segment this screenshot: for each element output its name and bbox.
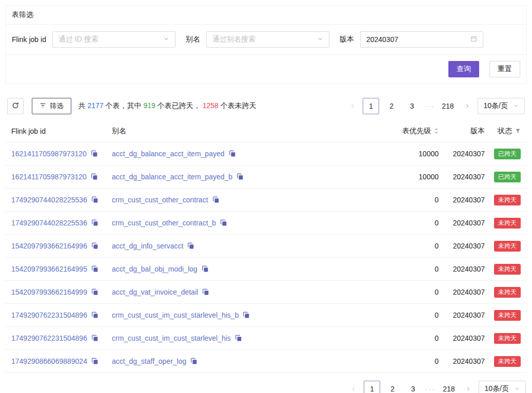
page-button-1[interactable]: 1 (363, 98, 379, 114)
copy-icon[interactable] (91, 173, 98, 180)
flink-job-id-cell: 1542097993662164999 (11, 288, 112, 296)
flink-job-id-cell: 1621411705987973120 (11, 173, 112, 181)
version-cell: 20240307 (439, 334, 485, 342)
reset-button[interactable]: 重置 (489, 61, 520, 77)
copy-icon[interactable] (91, 150, 98, 157)
column-priority[interactable]: 表优先级 (367, 127, 439, 136)
alias-link[interactable]: crm_cust_cust_im_cust_starlevel_his_b (112, 311, 239, 319)
table-row: 1749290744028225536 crm_cust_cust_other_… (5, 212, 527, 235)
priority-cell: 0 (367, 357, 439, 365)
copy-icon[interactable] (190, 358, 198, 365)
next-page-icon[interactable] (462, 381, 475, 393)
page-button-3[interactable]: 3 (405, 381, 421, 393)
sort-icon[interactable] (434, 128, 439, 134)
priority-cell: 0 (367, 265, 439, 273)
priority-cell: 0 (367, 311, 439, 319)
copy-icon[interactable] (243, 312, 250, 319)
flink-job-id-cell: 1542097993662164996 (11, 242, 112, 250)
flink-job-id-select[interactable]: 通过 ID 搜索 (52, 31, 175, 48)
query-button[interactable]: 查询 (448, 61, 479, 77)
copy-icon[interactable] (187, 242, 194, 250)
alias-link[interactable]: acct_dg_info_servacct (112, 242, 183, 250)
copy-icon[interactable] (235, 335, 242, 342)
copy-icon[interactable] (91, 335, 98, 342)
alias-link[interactable]: acct_dg_vat_invoice_detail (112, 288, 198, 296)
alias-link[interactable]: crm_cust_cust_other_contract (112, 196, 208, 204)
refresh-button[interactable] (7, 98, 24, 114)
copy-icon[interactable] (91, 219, 98, 226)
page-ellipsis[interactable]: ··· (425, 385, 436, 393)
table: Flink job id 别名 表优先级 版本 状态 1621411705987… (5, 120, 527, 373)
flink-job-id-link[interactable]: 1749290762231504896 (11, 311, 87, 319)
copy-icon[interactable] (91, 288, 98, 296)
alias-select[interactable]: 通过别名搜索 (206, 31, 329, 48)
priority-cell: 0 (367, 219, 439, 227)
alias-link[interactable]: crm_cust_cust_im_cust_starlevel_his (112, 334, 231, 342)
flink-job-id-link[interactable]: 1542097993662164996 (11, 242, 87, 250)
page-button-2[interactable]: 2 (383, 98, 400, 114)
summary-part: 共 (78, 101, 88, 110)
version-cell: 20240307 (439, 357, 485, 365)
copy-icon[interactable] (229, 150, 236, 157)
copy-icon[interactable] (91, 196, 98, 203)
alias-cell: acct_dg_vat_invoice_detail (112, 288, 367, 296)
alias-link[interactable]: acct_dg_staff_oper_log (112, 357, 186, 365)
alias-link[interactable]: crm_cust_cust_other_contract_b (112, 219, 216, 227)
chevron-down-icon (317, 35, 323, 44)
copy-icon[interactable] (220, 219, 227, 226)
status-cell: 未跨天 (485, 195, 521, 205)
flink-job-id-link[interactable]: 1749290762231504896 (11, 334, 87, 342)
prev-page-icon[interactable] (346, 98, 359, 114)
alias-link[interactable]: acct_dg_balance_acct_item_payed (112, 150, 225, 158)
alias-placeholder: 通过别名搜索 (212, 35, 255, 44)
status-badge: 未跨天 (494, 333, 521, 344)
funnel-icon (40, 102, 46, 110)
flink-job-id-link[interactable]: 1621411705987973120 (11, 150, 87, 158)
copy-icon[interactable] (91, 312, 98, 319)
copy-icon[interactable] (91, 265, 98, 273)
alias-link[interactable]: acct_dg_balance_acct_item_payed_b (112, 173, 232, 181)
flink-job-id-link[interactable]: 1542097993662164995 (11, 265, 87, 273)
page-size-value: 10条/页 (485, 384, 509, 393)
page-ellipsis[interactable]: ··· (424, 102, 435, 110)
page-button-1[interactable]: 1 (364, 381, 380, 393)
version-cell: 20240307 (439, 242, 485, 250)
page-size-select[interactable]: 10条/页 (479, 381, 526, 393)
version-cell: 20240307 (439, 219, 485, 227)
flink-job-id-link[interactable]: 1542097993662164999 (11, 288, 87, 296)
copy-icon[interactable] (212, 196, 220, 203)
filter-card-title: 表筛选 (6, 6, 526, 25)
column-alias: 别名 (112, 127, 367, 136)
status-badge: 已跨天 (494, 172, 521, 182)
page-button-3[interactable]: 3 (404, 98, 420, 114)
flink-job-id-link[interactable]: 1749290744028225536 (11, 219, 87, 227)
version-date-input[interactable]: 20240307 (360, 31, 483, 48)
copy-icon[interactable] (237, 173, 244, 180)
status-cell: 未跨天 (485, 310, 521, 321)
alias-cell: acct_dg_bal_obj_modi_log (112, 265, 367, 273)
bottom-pagination-wrapper: 1 2 3 ··· 218 10条/页 (5, 381, 527, 393)
copy-icon[interactable] (91, 242, 98, 250)
alias-link[interactable]: acct_dg_bal_obj_modi_log (112, 265, 198, 273)
page-button-last[interactable]: 218 (439, 98, 457, 114)
copy-icon[interactable] (202, 265, 209, 273)
copy-icon[interactable] (202, 288, 209, 296)
copy-icon[interactable] (91, 358, 98, 365)
page-button-2[interactable]: 2 (384, 381, 401, 393)
filter-button[interactable]: 筛选 (32, 98, 71, 114)
column-filter-funnel-icon[interactable] (515, 128, 521, 134)
flink-job-id-link[interactable]: 1749290744028225536 (11, 196, 87, 204)
alias-label: 别名 (186, 35, 200, 44)
alias-cell: crm_cust_cust_im_cust_starlevel_his_b (112, 311, 367, 319)
table-row: 1749290866069889024 acct_dg_staff_oper_l… (5, 350, 527, 373)
refresh-icon (12, 102, 19, 111)
flink-job-id-link[interactable]: 1749290866069889024 (11, 357, 87, 365)
filter-form: Flink job id 通过 ID 搜索 别名 通过别名搜索 版本 20240… (6, 25, 526, 55)
page-button-last[interactable]: 218 (440, 381, 458, 393)
flink-job-id-cell: 1542097993662164995 (11, 265, 112, 273)
page-size-select[interactable]: 10条/页 (478, 98, 525, 114)
prev-page-icon[interactable] (347, 381, 360, 393)
flink-job-id-link[interactable]: 1621411705987973120 (11, 173, 87, 181)
version-cell: 20240307 (439, 265, 485, 273)
next-page-icon[interactable] (461, 98, 474, 114)
